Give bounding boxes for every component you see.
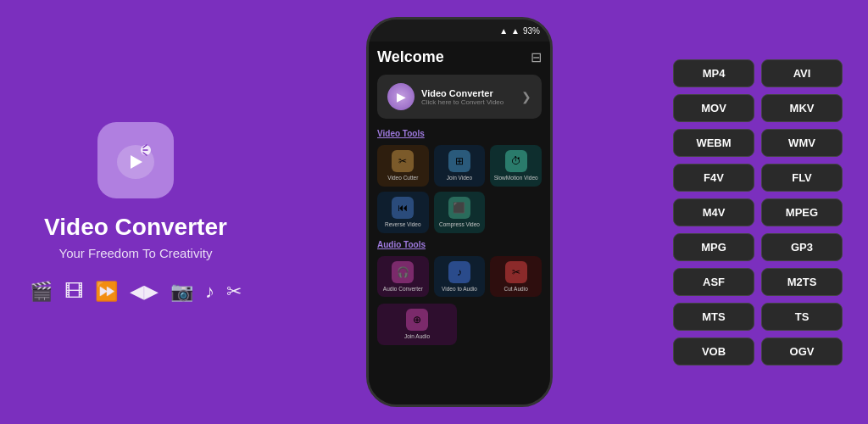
phone-header: Welcome ⊟: [377, 48, 542, 66]
format-webm[interactable]: WEBM: [673, 129, 754, 157]
slowmotion-label: SlowMotion Video: [494, 175, 538, 181]
toolbar-icon-video[interactable]: 🎬: [30, 281, 53, 303]
app-title: Video Converter: [44, 214, 227, 241]
join-audio-icon: ⊕: [406, 309, 428, 331]
status-bar: ▲ ▲ 93%: [369, 20, 550, 42]
compress-icon: ⬛: [448, 197, 470, 219]
format-vob[interactable]: VOB: [673, 338, 754, 365]
app-subtitle: Your Freedom To Creativity: [59, 246, 213, 260]
format-m2ts[interactable]: M2TS: [761, 268, 843, 296]
app-icon: [97, 122, 174, 198]
toolbar-icon-cut[interactable]: ✂: [226, 281, 242, 303]
format-grid: MP4 AVI MOV MKV WEBM WMV F4V FLV M4V MPE…: [673, 59, 843, 365]
tool-video-to-audio[interactable]: ♪ Video to Audio: [434, 256, 486, 298]
left-section: Video Converter Your Freedom To Creativi…: [25, 122, 246, 303]
format-ogv[interactable]: OGV: [761, 338, 843, 365]
format-m4v[interactable]: M4V: [673, 198, 754, 226]
tool-slowmotion[interactable]: ⏱ SlowMotion Video: [490, 145, 542, 187]
tool-join-audio[interactable]: ⊕ Join Audio: [377, 304, 457, 345]
format-mov[interactable]: MOV: [673, 94, 754, 122]
phone-mockup: ▲ ▲ 93% Welcome ⊟ ▶ Video Converter Clic…: [366, 17, 553, 407]
battery-text: 93%: [523, 26, 540, 36]
banner-title: Video Converter: [421, 88, 504, 98]
toolbar-icon-film[interactable]: 🎞: [64, 281, 83, 303]
banner-avatar: ▶: [387, 83, 415, 110]
format-mpeg[interactable]: MPEG: [761, 198, 843, 226]
format-wmv[interactable]: WMV: [761, 129, 843, 157]
format-flv[interactable]: FLV: [761, 164, 843, 192]
join-audio-label: Join Audio: [404, 333, 430, 340]
format-ts[interactable]: TS: [761, 303, 843, 331]
video-to-audio-label: Video to Audio: [442, 286, 477, 293]
signal-icon: ▲: [499, 26, 508, 36]
format-mp4[interactable]: MP4: [673, 59, 754, 87]
banner-left: ▶ Video Converter Click here to Convert …: [387, 83, 504, 110]
tool-audio-converter[interactable]: 🎧 Audio Converter: [377, 256, 429, 298]
cut-audio-label: Cut Audio: [504, 286, 528, 293]
toolbar-icons: 🎬 🎞 ⏩ ◀▶ 📷 ♪ ✂: [30, 281, 242, 303]
format-mts[interactable]: MTS: [673, 303, 754, 331]
reverse-label: Reverse Video: [385, 221, 421, 228]
audio-tools-grid: 🎧 Audio Converter ♪ Video to Audio ✂ Cut…: [377, 256, 542, 298]
video-to-audio-icon: ♪: [448, 261, 470, 283]
wifi-icon: ▲: [511, 26, 520, 36]
video-tools-grid: ✂ Video Cutter ⊞ Join Video ⏱ SlowMotion…: [377, 145, 542, 233]
format-mkv[interactable]: MKV: [761, 94, 843, 122]
welcome-title: Welcome: [377, 48, 444, 66]
format-mpg[interactable]: MPG: [673, 233, 754, 261]
format-gp3[interactable]: GP3: [761, 233, 843, 261]
banner-arrow-icon: ❯: [521, 90, 531, 103]
phone-screen: Welcome ⊟ ▶ Video Converter Click here t…: [369, 42, 550, 404]
audio-converter-icon: 🎧: [392, 261, 414, 283]
video-cutter-label: Video Cutter: [387, 175, 418, 181]
banner-text: Video Converter Click here to Convert Vi…: [421, 88, 504, 106]
slowmotion-icon: ⏱: [505, 150, 527, 172]
banner-subtitle: Click here to Convert Video: [421, 98, 504, 106]
converter-banner[interactable]: ▶ Video Converter Click here to Convert …: [377, 75, 542, 119]
tool-cut-audio[interactable]: ✂ Cut Audio: [490, 256, 542, 298]
audio-tools-label: Audio Tools: [377, 240, 542, 249]
format-avi[interactable]: AVI: [761, 59, 843, 87]
format-asf[interactable]: ASF: [673, 268, 754, 296]
compress-label: Compress Video: [439, 221, 480, 228]
toolbar-icon-music[interactable]: ♪: [205, 281, 214, 303]
reverse-icon: ⏮: [392, 197, 414, 219]
toolbar-icon-convert[interactable]: ◀▶: [130, 281, 159, 303]
video-tools-label: Video Tools: [377, 129, 542, 138]
toolbar-icon-speed[interactable]: ⏩: [95, 281, 118, 303]
format-f4v[interactable]: F4V: [673, 164, 754, 192]
header-menu-icon[interactable]: ⊟: [531, 49, 542, 65]
tool-video-cutter[interactable]: ✂ Video Cutter: [377, 145, 429, 187]
tool-reverse[interactable]: ⏮ Reverse Video: [377, 192, 429, 233]
toolbar-icon-camera[interactable]: 📷: [170, 281, 193, 303]
join-video-label: Join Video: [447, 175, 472, 181]
tool-join-video[interactable]: ⊞ Join Video: [434, 145, 486, 187]
video-cutter-icon: ✂: [392, 150, 414, 172]
audio-converter-label: Audio Converter: [383, 286, 423, 293]
audio-tools-row2: ⊕ Join Audio: [377, 304, 542, 345]
tool-compress[interactable]: ⬛ Compress Video: [434, 192, 486, 233]
join-video-icon: ⊞: [448, 150, 470, 172]
cut-audio-icon: ✂: [505, 261, 527, 283]
